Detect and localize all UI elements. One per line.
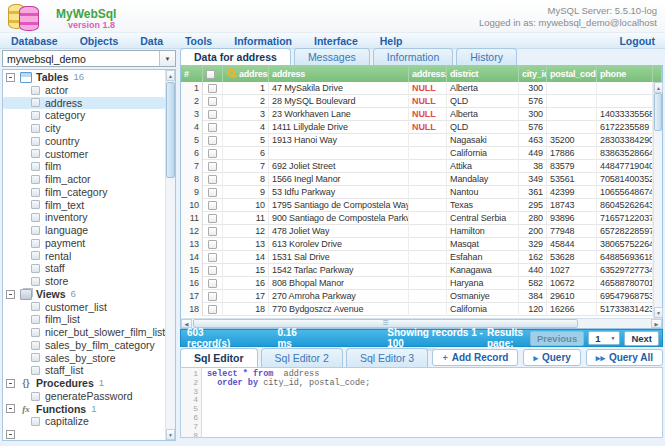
cell-postal-code[interactable]: 18743 — [547, 199, 597, 212]
tree-item-nicer-but-slower-film-list[interactable]: nicer_but_slower_film_list — [3, 326, 165, 339]
cell-address2[interactable] — [409, 225, 447, 238]
cell-address2[interactable] — [409, 212, 447, 225]
row-checkbox-cell[interactable] — [203, 82, 223, 95]
row-checkbox[interactable] — [208, 201, 217, 210]
table-row[interactable]: 1212478 Joliet WayHamilton20077948657282… — [181, 225, 662, 238]
cell-address-id[interactable]: 17 — [223, 290, 269, 303]
table-row[interactable]: 441411 Lillydale DriveNULLQLD57661722355… — [181, 121, 662, 134]
cell-address-id[interactable]: 12 — [223, 225, 269, 238]
row-checkbox[interactable] — [208, 227, 217, 236]
collapse-icon[interactable] — [6, 73, 15, 82]
cell-phone[interactable]: 657282285970 — [597, 225, 653, 238]
cell-address[interactable]: 770 Bydgoszcz Avenue — [269, 303, 409, 316]
cell-address-id[interactable]: 15 — [223, 264, 269, 277]
tree-item-actor[interactable]: actor — [3, 84, 165, 97]
cell-postal-code[interactable]: 53561 — [547, 173, 597, 186]
row-checkbox-cell[interactable] — [203, 264, 223, 277]
cell-phone[interactable]: 635297277345 — [597, 264, 653, 277]
row-checkbox[interactable] — [208, 149, 217, 158]
next-page-button[interactable]: Next — [624, 331, 659, 346]
select-all-checkbox[interactable] — [206, 70, 215, 79]
cell-district[interactable]: Kanagawa — [447, 264, 519, 277]
cell-address2[interactable] — [409, 238, 447, 251]
table-row[interactable]: 3323 Workhaven LaneNULLAlberta3001403333… — [181, 108, 662, 121]
cell-address[interactable]: 613 Korolev Drive — [269, 238, 409, 251]
add-record-button[interactable]: +Add Record — [432, 349, 518, 366]
column-header-address-id[interactable]: address_id — [223, 66, 269, 82]
cell-phone[interactable]: 380657522649 — [597, 238, 653, 251]
row-checkbox[interactable] — [208, 305, 217, 314]
tree-item-film-text[interactable]: film_text — [3, 199, 165, 212]
row-checkbox-cell[interactable] — [203, 121, 223, 134]
cell-district[interactable]: Alberta — [447, 82, 519, 95]
cell-address-id[interactable]: 8 — [223, 173, 269, 186]
cell-postal-code[interactable] — [547, 121, 597, 134]
cell-city-id[interactable]: 440 — [519, 264, 547, 277]
cell-address-id[interactable]: 13 — [223, 238, 269, 251]
cell-city-id[interactable]: 576 — [519, 121, 547, 134]
scroll-down-icon[interactable]: ▼ — [166, 429, 175, 440]
cell-postal-code[interactable]: 17886 — [547, 147, 597, 160]
cell-city-id[interactable]: 300 — [519, 108, 547, 121]
row-checkbox-cell[interactable] — [203, 147, 223, 160]
cell-phone[interactable]: 648856936185 — [597, 251, 653, 264]
cell-address[interactable]: 1913 Hanoi Way — [269, 134, 409, 147]
scrollbar-thumb[interactable] — [166, 82, 175, 178]
cell-phone[interactable]: 6172235589 — [597, 121, 653, 134]
tree-item-rental[interactable]: rental — [3, 250, 165, 263]
menu-item-interface[interactable]: Interface — [303, 35, 369, 47]
cell-phone[interactable] — [597, 95, 653, 108]
tree-item-payment[interactable]: payment — [3, 237, 165, 250]
page-select[interactable]: 1 ▼ — [588, 331, 620, 345]
cell-address-id[interactable]: 9 — [223, 186, 269, 199]
cell-phone[interactable]: 705814003527 — [597, 173, 653, 186]
editor-code[interactable]: select * from address order by city_id, … — [202, 368, 662, 437]
tree-item-address[interactable]: address — [3, 97, 165, 110]
tree-item-city[interactable]: city — [3, 122, 165, 135]
scrollbar-thumb[interactable] — [654, 93, 662, 131]
cell-district[interactable]: Hamilton — [447, 225, 519, 238]
cell-address2[interactable] — [409, 264, 447, 277]
cell-address2[interactable] — [409, 134, 447, 147]
cell-address[interactable]: 1566 Inegl Manor — [269, 173, 409, 186]
row-checkbox[interactable] — [208, 136, 217, 145]
row-checkbox[interactable] — [208, 110, 217, 119]
tab-information[interactable]: Information — [373, 48, 454, 65]
row-checkbox[interactable] — [208, 279, 217, 288]
cell-city-id[interactable]: 295 — [519, 199, 547, 212]
column-header-city-id[interactable]: city_id — [519, 66, 547, 82]
tree-item-staff[interactable]: staff — [3, 262, 165, 275]
cell-city-id[interactable]: 300 — [519, 82, 547, 95]
cell-address-id[interactable]: 11 — [223, 212, 269, 225]
cell-city-id[interactable]: 463 — [519, 134, 547, 147]
cell-postal-code[interactable]: 45844 — [547, 238, 597, 251]
cell-district[interactable]: Nagasaki — [447, 134, 519, 147]
database-select[interactable]: mywebsql_demo ▼ — [2, 50, 176, 67]
cell-address[interactable] — [269, 147, 409, 160]
table-row[interactable]: 881566 Inegl ManorMandalay34953561705814… — [181, 173, 662, 186]
cell-city-id[interactable]: 576 — [519, 95, 547, 108]
table-row[interactable]: 1313613 Korolev DriveMasqat3294584438065… — [181, 238, 662, 251]
tree-group-procedures[interactable]: {}Procedures1 — [3, 377, 165, 390]
scroll-down-icon[interactable]: ▼ — [654, 307, 663, 318]
cell-address[interactable]: 1542 Tarlac Parkway — [269, 264, 409, 277]
tree-item-language[interactable]: language — [3, 224, 165, 237]
table-row[interactable]: 15151542 Tarlac ParkwayKanagawa440102763… — [181, 264, 662, 277]
tree-item-inventory[interactable]: inventory — [3, 211, 165, 224]
cell-city-id[interactable]: 349 — [519, 173, 547, 186]
row-checkbox-cell[interactable] — [203, 186, 223, 199]
tree-item-staff-list[interactable]: staff_list — [3, 364, 165, 377]
cell-address-id[interactable]: 16 — [223, 277, 269, 290]
cell-district[interactable]: Nantou — [447, 186, 519, 199]
column-header-phone[interactable]: phone — [597, 66, 653, 82]
column-header-address2[interactable]: address2 — [409, 66, 447, 82]
cell-phone[interactable] — [597, 82, 653, 95]
column-header-postal-code[interactable]: postal_code — [547, 66, 597, 82]
table-row[interactable]: 14141531 Sal DriveEsfahan162536286488569… — [181, 251, 662, 264]
row-checkbox-cell[interactable] — [203, 108, 223, 121]
cell-address2[interactable] — [409, 186, 447, 199]
cell-address-id[interactable]: 4 — [223, 121, 269, 134]
cell-city-id[interactable]: 384 — [519, 290, 547, 303]
row-checkbox[interactable] — [208, 188, 217, 197]
cell-address[interactable]: 23 Workhaven Lane — [269, 108, 409, 121]
